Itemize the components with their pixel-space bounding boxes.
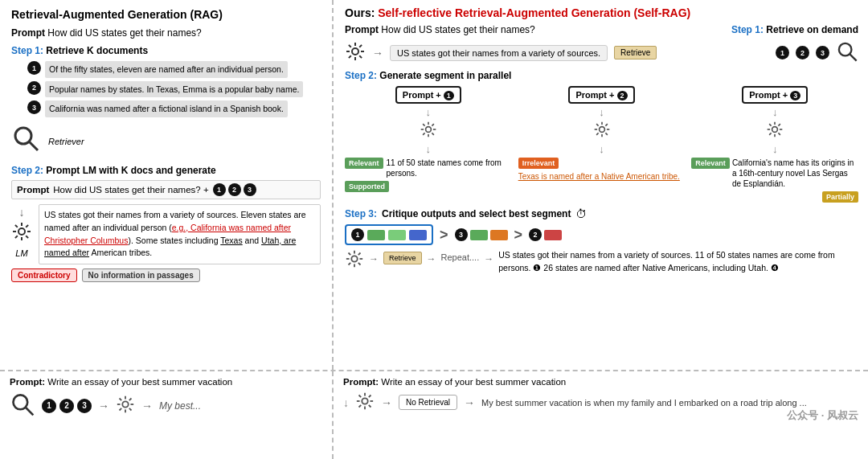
svg-point-69 [362,398,367,404]
lm-link-2: Texas [220,236,242,245]
circle-1: 1 [27,61,41,75]
svg-line-30 [423,133,424,134]
left-title: Retrieval-Augmented Generation (RAG) [11,8,321,21]
repeat-text: Repeat.... [441,252,480,262]
arrow-right-bottom-l: → [98,400,109,412]
left-panel: Retrieval-Augmented Generation (RAG) Pro… [0,0,334,370]
svg-line-17 [359,55,362,58]
timer-icon: ⏱ [575,207,587,220]
gt-1: > [440,227,448,244]
bottom-prompt-label-r: Prompt: [343,377,379,387]
no-retrieval-btn[interactable]: No Retrieval [399,395,457,410]
right-title: Ours: Self-reflective Retrieval-Augmente… [345,6,690,19]
parallel-col-2: Prompt + 2 ↓ ↓ Irrelevant Texas is named… [518,86,686,203]
bottom-left-panel: Prompt: Write an essay of your best summ… [0,371,334,459]
lm-label: LM [15,248,27,258]
circle-b2: 2 [59,399,74,413]
gear-col2 [593,121,611,141]
retriever-label: Retriever [48,137,84,146]
retrieve-button[interactable]: Retrieve [614,46,657,59]
badge-row: Contradictory No information in passages [11,268,321,282]
prompt-plus-2: Prompt + 2 [568,86,634,104]
arrow-down-col2b: ↓ [599,143,604,155]
arrow-down-col3: ↓ [772,106,778,118]
step1-label: Step 1: [11,45,43,56]
prompt2-label: Prompt [17,185,49,195]
svg-line-7 [15,225,18,227]
parallel-col-1: Prompt + 1 ↓ ↓ Relevant 11 of 50 state n… [345,86,512,203]
doc-text-2: Popular names by states. In Texas, Emma … [45,81,303,98]
svg-line-65 [120,399,122,401]
doc-text-3: California was named after a fictional i… [45,100,288,117]
right-prompt-label: Prompt [345,24,379,35]
svg-point-2 [18,228,25,235]
bottom-prompt-text-l: Write an essay of your best summer vacat… [47,377,232,387]
prompt-label-1: Prompt [11,27,45,39]
doc-text-1: Of the fifty states, eleven are named af… [45,61,288,78]
right-prompt-line: Prompt How did US states get their names… [345,24,535,35]
doc-list: 1 Of the fifty states, eleven are named … [27,61,321,117]
svg-line-75 [369,405,371,408]
my-best-text: My best... [159,400,201,412]
svg-line-18 [359,45,362,47]
svg-line-1 [29,141,38,150]
badge-no-info: No information in passages [82,268,200,282]
col1-text: 11 of 50 state names come from persons. [387,158,512,178]
prompt2-text: How did US states get their names? + [53,185,208,195]
search-icon-right [836,40,858,65]
doc-item-1: 1 Of the fifty states, eleven are named … [27,61,321,78]
svg-point-40 [772,127,778,133]
svg-line-19 [349,55,351,58]
left-step2: Step 2: Prompt LM with K docs and genera… [11,165,321,176]
svg-line-66 [129,408,132,411]
tag-irrelevant-2: Irrelevant [518,158,559,169]
arrow-down-col2: ↓ [599,106,604,118]
circle-n1: 1 [776,46,789,59]
arrow-right-gen: → [372,47,383,59]
step2-text-left: Prompt LM with K docs and generate [46,165,215,176]
left-prompt-line: Prompt How did US states get their names… [11,27,321,39]
retrieve-btn-final[interactable]: Retrieve [383,252,422,264]
step1-right: Step 1: Retrieve on demand [731,24,858,35]
final-text: US states got their names from a variety… [498,249,858,275]
svg-line-10 [15,236,18,238]
circle-b1: 1 [42,399,56,413]
arrow-down-lm: ↓ [19,206,25,219]
col2-text: Texas is named after a Native American t… [518,171,686,182]
svg-line-54 [349,253,351,256]
svg-line-8 [26,236,28,238]
prompt-plus-3: Prompt + 3 [742,86,808,104]
search-icon-bottom-left [10,391,35,420]
svg-line-55 [358,263,361,265]
gear-bottom-right [355,391,375,413]
svg-line-56 [358,253,361,256]
gen-text-bubble: US states got their names from a variety… [390,45,608,61]
left-prompt2-line: Prompt How did US states get their names… [11,180,321,199]
svg-line-36 [596,124,598,125]
critique-comparison: 1 > 3 > 2 [345,224,858,245]
right-gen-icon [345,41,366,64]
tag-partially-3: Partially [822,191,858,203]
arrow-down-col1b: ↓ [426,143,432,155]
step3-text: Critique outputs and select best segment [382,208,571,219]
right-step2: Step 2: Generate segment in parallel [345,70,858,81]
svg-point-11 [352,48,358,55]
search-icon-left [11,124,40,158]
gt-2: > [514,227,523,244]
svg-line-21 [850,54,857,61]
svg-line-37 [605,133,607,134]
svg-line-27 [423,124,424,125]
col3-score: 3 [455,228,508,241]
bottom-left-content: 1 2 3 → → My best... [10,391,322,420]
circle-2: 2 [27,81,41,95]
parallel-col-3: Prompt + 3 ↓ ↓ Relevant California's nam… [691,86,858,203]
circle-b3: 3 [77,399,92,413]
step2-text-right: Generate segment in parallel [379,70,511,81]
step3-row: Step 3: Critique outputs and select best… [345,207,858,220]
svg-line-38 [605,124,607,125]
svg-point-22 [425,127,431,133]
arrow-down-col1: ↓ [426,106,432,118]
lm-gear-icon [11,221,32,246]
left-step1: Step 1: Retrieve K documents [11,45,321,56]
circle-3: 3 [27,100,41,114]
